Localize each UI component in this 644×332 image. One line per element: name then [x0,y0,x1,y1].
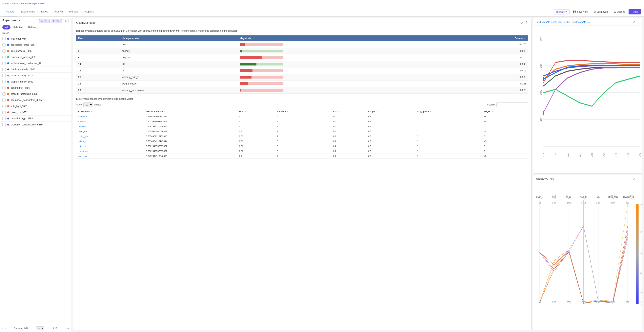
exp-link[interactable]: acceptabl [78,115,87,118]
col-header[interactable]: Anchor t ⇅ [276,109,332,114]
col-header[interactable]: Box ⇅ [238,109,276,114]
experiment-item[interactable]: dutch_singularity_4044 [0,66,71,73]
exp-checkbox[interactable] [2,105,6,108]
sort-filter-button[interactable]: ↑↓ 1 [39,19,50,23]
experiment-item[interactable]: defiant_fruit_4485 [0,85,71,91]
line-chart-menu-button[interactable]: ⋮ [637,20,640,24]
col-header[interactable]: Experiment ▲ [76,109,144,114]
col-header[interactable]: Copy paste ⇅ [416,109,482,114]
optimizer-button[interactable]: optimizer ▾ [554,9,570,14]
tab-manage[interactable]: Manage [66,7,82,16]
param-cell: weight_decay [120,80,238,87]
expand-button[interactable]: ⤢ [521,21,524,24]
add-button[interactable]: + Add [628,9,641,14]
page-size-select[interactable]: 18 [36,327,44,331]
filter-all[interactable]: All [2,25,10,29]
first-page-button[interactable]: « [5,327,6,330]
options-button[interactable]: ☰ Options [612,9,627,14]
line-chart-svg: 0.7 0.6 0.5 0.4 0 5 10 15 20 25 30 35 40 [533,25,642,173]
experiment-item[interactable]: beautiful_crypt_3298 [0,116,71,122]
line-chart-expand-button[interactable]: ⤢ [632,20,635,24]
exp-checkbox[interactable] [2,74,6,77]
col-header[interactable]: Degre ⇅ [482,109,528,114]
experiment-item[interactable]: sole_light_5085 [0,103,71,109]
exp-checkbox[interactable] [2,56,6,59]
filter-hidden[interactable]: Hidden [25,25,38,29]
exp-link[interactable]: cooing_co [78,135,88,137]
show-select[interactable]: 10 25 50 [83,102,93,107]
exp-link[interactable]: dutch_sin [78,145,87,147]
experiment-item[interactable]: acceptable_shark_556 [0,42,71,48]
project-link[interactable]: comet-example-yolov5 [21,2,45,5]
col-header[interactable]: Metrics/mAP 0.5 ⇅ [144,109,238,114]
exp-link[interactable]: clean_nut [78,130,87,133]
exp-link-cell[interactable]: cooing_co [76,134,144,139]
experiment-item[interactable]: free_bocaccio_5609 [0,48,71,54]
exp-checkbox[interactable] [2,43,6,46]
exp-link-cell[interactable]: free_boca [76,154,144,159]
exp-checkbox[interactable] [2,123,6,126]
search-input[interactable] [496,102,528,107]
exp-checkbox[interactable] [2,49,6,53]
save-view-button[interactable]: 💾 Save View [571,9,590,14]
exp-link[interactable]: alternati [78,120,86,123]
exp-checkbox[interactable] [2,117,6,120]
next-page-button[interactable]: › [65,327,66,330]
experiment-item[interactable]: permanent_primer_606 [0,54,71,60]
prev-page-button[interactable]: ‹ [2,327,3,330]
exp-link[interactable]: free_boca [78,155,88,157]
anchor-t-cell: 2 [276,154,332,159]
experiment-item[interactable]: clean_nut_9782 [0,109,71,116]
exp-link-cell[interactable]: beautiful [76,124,144,129]
experiment-item[interactable]: graceful_porcupine_5376 [0,91,71,97]
exp-name: hilarious_berry_5631 [11,74,33,77]
tab-notes[interactable]: Notes [38,7,51,16]
panel-menu-button[interactable]: ⋮ [525,21,528,24]
last-page-button[interactable]: » [67,327,69,330]
columns-button[interactable]: ⊞ 15 [51,19,62,23]
exp-link[interactable]: defiant_f [78,140,86,142]
exp-checkbox[interactable] [2,111,6,114]
experiment-item[interactable]: vital_otter_9647 [0,36,71,42]
org-link[interactable]: team-comet-ml [2,2,18,5]
parallel-chart-expand-button[interactable]: ⤢ [632,177,635,181]
exp-checkbox[interactable] [2,80,6,83]
tab-experiments[interactable]: Experiments [18,7,38,16]
svg-text:20: 20 [591,152,593,158]
experiment-item[interactable]: hilarious_berry_5631 [0,73,71,79]
box-cell: 0.02 [238,124,276,129]
tab-reports[interactable]: Reports [82,7,97,16]
exp-link-cell[interactable]: alternati [76,119,144,124]
visibility-button[interactable]: 👁 [63,19,69,23]
exp-link-cell[interactable]: clean_nut [76,129,144,134]
parallel-chart-actions: ⤢ ⋮ [632,177,640,181]
col-header[interactable]: Cls pw ⇅ [366,109,416,114]
experiment-item[interactable]: embarrassed_roadrunner_76 [0,60,71,66]
tab-archive[interactable]: Archive [51,7,66,16]
experiment-item[interactable]: slippery_shrew_3082 [0,79,71,85]
correlation-cell: -0.176 [456,41,528,48]
exp-checkbox[interactable] [2,92,6,96]
exp-checkbox[interactable] [2,86,6,89]
exp-dot [7,44,9,46]
exp-link-cell[interactable]: embarrass [76,149,144,154]
exp-link-cell[interactable]: acceptabl [76,114,144,119]
exp-checkbox[interactable] [2,62,6,65]
experiment-item[interactable]: alternative_passionfruit_3555 [0,97,71,103]
exp-link[interactable]: beautiful [78,125,86,128]
exp-checkbox[interactable] [2,98,6,102]
exp-link-cell[interactable]: defiant_f [76,139,144,144]
filter-selected[interactable]: Selected [10,25,25,29]
rank-cell: 29 [76,87,120,94]
tab-panels[interactable]: Panels [3,7,18,16]
svg-text:25: 25 [603,152,605,158]
exp-name: beautiful_crypt_3298 [11,117,33,120]
exp-checkbox[interactable] [2,68,6,71]
exp-link-cell[interactable]: dutch_sin [76,144,144,149]
col-header[interactable]: Cls ⇅ [332,109,367,114]
parallel-chart-menu-button[interactable]: ⋮ [637,177,640,181]
exp-checkbox[interactable] [2,37,6,40]
experiment-item[interactable]: profitable_condensation_6439 [0,122,71,128]
edit-layout-button[interactable]: ⊞ Edit Layout [592,9,610,14]
exp-link[interactable]: embarrass [78,150,88,152]
